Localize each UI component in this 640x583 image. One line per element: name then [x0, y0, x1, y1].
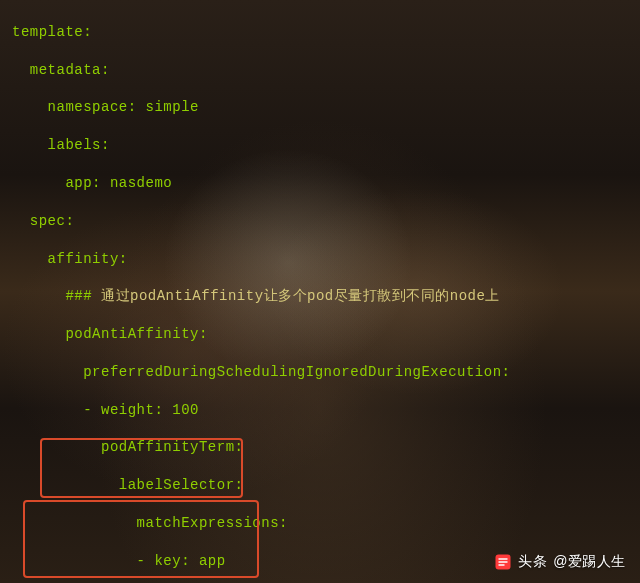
code-line: affinity:: [12, 250, 628, 269]
svg-rect-3: [499, 564, 505, 566]
yaml-code-block: template: metadata: namespace: simple la…: [0, 0, 640, 583]
code-line: labels:: [12, 136, 628, 155]
code-line: matchExpressions:: [12, 514, 628, 533]
toutiao-icon: [494, 553, 512, 571]
code-line-comment: ### 通过podAntiAffinity让多个pod尽量打散到不同的node上: [12, 287, 628, 306]
watermark: 头条 @爱踢人生: [494, 552, 626, 571]
code-line: podAntiAffinity:: [12, 325, 628, 344]
watermark-prefix: 头条: [518, 552, 547, 571]
code-line: - weight: 100: [12, 401, 628, 420]
comment-text: 通过podAntiAffinity让多个pod尽量打散到不同的node上: [101, 288, 500, 304]
code-line: app: nasdemo: [12, 174, 628, 193]
code-line: namespace: simple: [12, 98, 628, 117]
code-line: labelSelector:: [12, 476, 628, 495]
code-line: template:: [12, 23, 628, 42]
code-line: spec:: [12, 212, 628, 231]
code-line: podAffinityTerm:: [12, 438, 628, 457]
code-line: preferredDuringSchedulingIgnoredDuringEx…: [12, 363, 628, 382]
code-line: metadata:: [12, 61, 628, 80]
svg-rect-2: [499, 561, 508, 563]
svg-rect-1: [499, 558, 508, 560]
comment-prefix: ###: [12, 288, 101, 304]
watermark-handle: @爱踢人生: [553, 552, 626, 571]
